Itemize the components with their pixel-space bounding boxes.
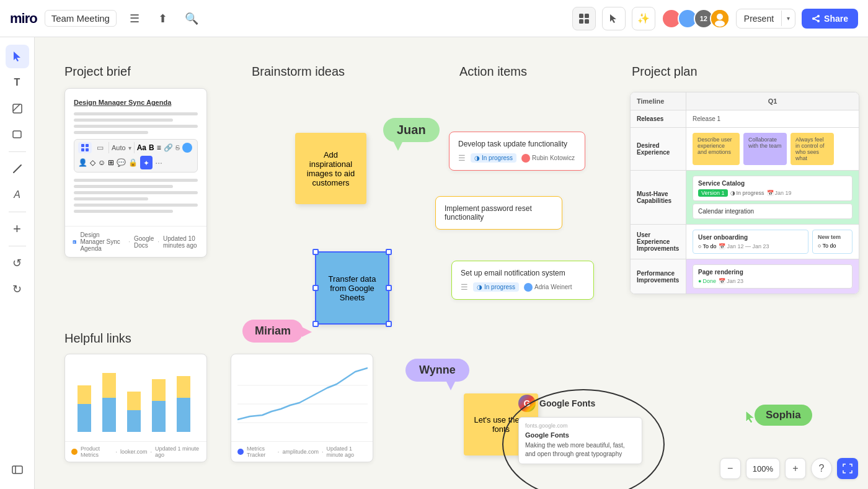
chart-card-metrics-tracker[interactable]: Metrics Tracker · amplitude.com · Update…	[231, 354, 373, 462]
doc-source: Google Docs	[134, 235, 154, 249]
handle-bl[interactable]	[312, 321, 319, 327]
project-plan-table: Timeline Q1 Releases Release 1 Desired E…	[630, 92, 859, 294]
doc-line	[74, 210, 173, 213]
chart-icon-1	[71, 449, 78, 455]
svg-rect-16	[13, 131, 21, 138]
tb-lock-btn[interactable]: 🔒	[128, 158, 138, 167]
bar-chart	[71, 361, 202, 435]
doc-line	[74, 179, 198, 182]
chart-name-1: Product Metrics	[81, 446, 113, 458]
zoom-out-button[interactable]: −	[720, 458, 741, 479]
tb-card-icon[interactable]: ▭	[94, 142, 106, 153]
wynne-bubble-container: Wynne	[405, 359, 469, 382]
tb-tag-btn[interactable]: ◇	[90, 158, 95, 167]
svg-rect-0	[579, 14, 583, 18]
share-button[interactable]: Share	[802, 9, 858, 29]
sticky-add-images[interactable]: Add inspirational images to aid customer…	[295, 133, 366, 204]
magic-wand-button[interactable]: ✨	[632, 7, 655, 30]
svg-rect-21	[86, 144, 89, 147]
menu-button[interactable]: ☰	[124, 8, 145, 29]
tb-color-picker[interactable]	[182, 143, 192, 153]
tb-grid-icon[interactable]	[78, 142, 92, 153]
cursor-mode-button[interactable]	[602, 7, 626, 30]
chart-updated-2: Updated 1 minute ago	[326, 446, 366, 458]
sidebar-separator-3	[9, 246, 26, 246]
svg-rect-30	[102, 398, 116, 432]
board-title[interactable]: Team Meeting	[45, 10, 117, 27]
present-button[interactable]: Present ▾	[736, 9, 795, 29]
svg-line-12	[813, 19, 818, 21]
svg-text:D: D	[74, 241, 76, 243]
sidebar-shape-tool[interactable]	[6, 123, 29, 146]
svg-rect-14	[13, 104, 22, 113]
action-card-3[interactable]: Set up email notification system ☰ ◑ In …	[451, 261, 594, 300]
doc-card[interactable]: Design Manager Sync Agenda ▭ Auto ▾ Aa B	[64, 88, 207, 258]
sidebar-text-tool[interactable]: T	[6, 71, 29, 94]
sidebar-undo[interactable]: ↺	[6, 251, 29, 275]
sidebar-panel-toggle[interactable]	[6, 458, 29, 482]
plan-card-desc-user: Describe user experience and emotions	[693, 133, 740, 165]
handle-mr[interactable]	[386, 285, 392, 291]
tb-magic-btn[interactable]: ✦	[140, 156, 153, 169]
svg-marker-4	[610, 14, 616, 23]
sidebar-text-tool-2[interactable]: A	[6, 183, 29, 207]
tb-font-size[interactable]: Auto	[112, 144, 126, 151]
sidebar-add-tool[interactable]: +	[6, 217, 29, 241]
handle-ml[interactable]	[312, 285, 319, 291]
svg-line-11	[813, 16, 818, 19]
zoom-expand-button[interactable]	[837, 458, 858, 479]
miro-logo: miro	[10, 11, 37, 27]
svg-marker-13	[14, 52, 20, 61]
action-card-3-title: Set up email notification system	[461, 269, 585, 277]
avatar-4	[710, 9, 730, 29]
handle-tr[interactable]	[386, 249, 392, 255]
collaborators: 12	[662, 9, 730, 29]
zoom-in-button[interactable]: +	[785, 458, 806, 479]
template-button[interactable]	[572, 7, 596, 30]
chart-card-product-metrics[interactable]: Product Metrics · looker.com · Updated 1…	[64, 354, 207, 462]
canvas[interactable]: Project brief Brainstorm ideas Action it…	[35, 37, 868, 489]
tb-mention-btn[interactable]: 👤	[78, 158, 87, 167]
plan-cal-integration: Calendar integration	[693, 204, 852, 219]
tb-table-btn[interactable]: ⊞	[108, 158, 114, 167]
action-card-2[interactable]: Implement password reset functionality	[435, 196, 562, 230]
chart-name-2: Metrics Tracker	[247, 446, 275, 458]
doc-line	[74, 204, 198, 207]
tb-emoji-btn[interactable]: ☺	[98, 158, 105, 167]
tb-font-btn[interactable]: Aa	[137, 143, 146, 152]
tb-strike-btn[interactable]: S	[175, 144, 180, 151]
sidebar-pen-tool[interactable]	[6, 157, 29, 181]
handle-tl[interactable]	[312, 249, 319, 255]
plan-perf: Performance Improvements	[631, 259, 686, 294]
chart-updated-1: Updated 1 minute ago	[155, 446, 200, 458]
juan-bubble-arrow	[393, 141, 403, 151]
handle-br[interactable]	[386, 321, 392, 327]
sticky-add-images-text: Add inspirational images to aid customer…	[303, 150, 359, 187]
sidebar-redo[interactable]: ↻	[6, 277, 29, 301]
sidebar-cursor-tool[interactable]	[6, 45, 29, 68]
upload-button[interactable]: ⬆	[153, 8, 174, 29]
plan-version: Version 1	[698, 189, 728, 197]
sticky-transfer-data[interactable]: Transfer data from Google Sheets	[315, 251, 389, 325]
svg-rect-36	[177, 398, 190, 432]
tb-comment-btn[interactable]: 💬	[117, 158, 126, 167]
tb-bold-btn[interactable]: B	[149, 143, 154, 152]
line-chart	[237, 361, 368, 435]
tb-more-btn[interactable]: ···	[155, 158, 162, 168]
plan-card-collab: Collaborate with the team	[743, 133, 787, 165]
svg-rect-3	[585, 19, 589, 24]
section-project-plan: Project plan	[632, 65, 698, 79]
doc-line	[74, 185, 173, 188]
doc-line	[74, 191, 198, 194]
plan-header-q1: Q1	[686, 92, 859, 110]
svg-rect-23	[86, 148, 89, 151]
plan-desired-cards: Describe user experience and emotions Co…	[686, 128, 859, 170]
tb-link-btn[interactable]: 🔗	[164, 143, 173, 152]
svg-point-40	[503, 390, 664, 489]
search-button[interactable]: 🔍	[181, 8, 202, 29]
tb-align-btn[interactable]: ≡	[157, 143, 161, 152]
action-card-1[interactable]: Develop task update functionality ☰ ◑ In…	[449, 132, 585, 171]
sidebar-note-tool[interactable]	[6, 97, 29, 120]
zoom-help-button[interactable]: ?	[811, 458, 832, 479]
chart-area-1	[65, 354, 206, 441]
